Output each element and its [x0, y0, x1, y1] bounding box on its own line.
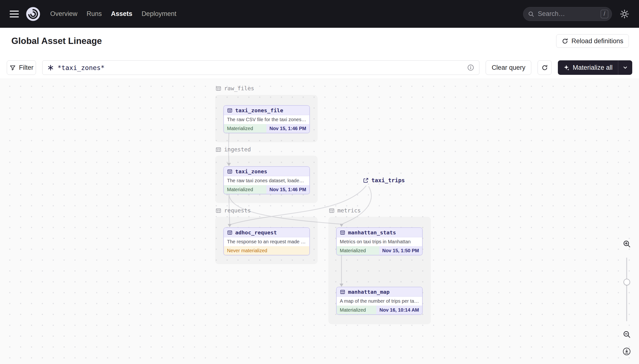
- asset-node-header: manhattan_map: [337, 287, 422, 297]
- asset-description-text: The raw CSV file for the taxi zones dat.…: [227, 117, 306, 122]
- primary-nav: Overview Runs Assets Deployment: [50, 10, 176, 18]
- external-link-icon: [363, 178, 369, 184]
- status-badge: Materialized: [224, 124, 266, 133]
- materialization-timestamp[interactable]: Nov 15, 1:46 PM: [266, 185, 309, 194]
- status-badge: Materialized: [337, 246, 379, 255]
- refresh-icon: [541, 64, 548, 71]
- asset-name: taxi_zones_file: [235, 108, 283, 114]
- lineage-canvas[interactable]: raw_files ingested requests metrics taxi…: [0, 79, 639, 364]
- asset-node-header: taxi_zones: [224, 167, 309, 176]
- asset-node-adhoc-request[interactable]: adhoc_request The response to an request…: [223, 228, 310, 256]
- asset-description-text: The raw taxi zones dataset, loaded int..…: [227, 178, 306, 184]
- nav-item-deployment[interactable]: Deployment: [142, 10, 176, 18]
- reload-definitions-label: Reload definitions: [571, 38, 623, 45]
- asset-query-input[interactable]: [58, 64, 463, 72]
- refresh-graph-button[interactable]: [537, 60, 551, 75]
- asset-name: manhattan_map: [348, 289, 390, 295]
- download-icon: [622, 347, 631, 356]
- asset-node-manhattan-map[interactable]: manhattan_map A map of the number of tri…: [336, 287, 423, 315]
- materialize-options-caret[interactable]: [618, 60, 632, 75]
- top-navbar: Overview Runs Assets Deployment /: [0, 0, 639, 28]
- asset-name: manhattan_stats: [348, 230, 396, 236]
- table-icon: [215, 146, 221, 152]
- group-label-metrics[interactable]: metrics: [329, 207, 361, 214]
- lineage-edges: [0, 79, 639, 364]
- reload-definitions-button[interactable]: Reload definitions: [556, 34, 629, 48]
- zoom-in-icon: [622, 240, 631, 248]
- asset-selection-input[interactable]: [42, 60, 479, 75]
- external-asset-taxi-trips[interactable]: taxi_trips: [363, 177, 405, 184]
- clear-query-label: Clear query: [492, 64, 525, 72]
- download-image-button[interactable]: [621, 346, 632, 357]
- asset-description: The raw taxi zones dataset, loaded int..…: [224, 176, 309, 185]
- sparkle-icon: [563, 64, 569, 71]
- filter-funnel-icon: [10, 64, 16, 71]
- asset-node-taxi-zones[interactable]: taxi_zones The raw taxi zones dataset, l…: [223, 166, 310, 194]
- table-icon: [215, 208, 221, 214]
- group-name: raw_files: [224, 85, 254, 92]
- status-badge: Materialized: [224, 185, 266, 194]
- menu-icon[interactable]: [10, 10, 19, 18]
- asset-status-row: Materialized Nov 15, 1:46 PM: [224, 185, 309, 194]
- materialization-timestamp[interactable]: Nov 15, 1:50 PM: [379, 246, 422, 255]
- asset-node-taxi-zones-file[interactable]: taxi_zones_file The raw CSV file for the…: [223, 105, 310, 133]
- asset-name: taxi_zones: [235, 168, 267, 174]
- asset-description-text: A map of the number of trips per taxi z.…: [340, 298, 419, 304]
- asset-description-text: Metrics on taxi trips in Manhattan: [340, 239, 411, 244]
- asset-name: adhoc_request: [235, 230, 277, 236]
- chevron-down-icon: [622, 64, 628, 71]
- status-badge: Materialized: [337, 306, 376, 314]
- nav-item-runs[interactable]: Runs: [87, 10, 102, 18]
- zoom-slider-track[interactable]: [626, 258, 627, 321]
- settings-gear-icon[interactable]: [620, 9, 629, 19]
- asset-node-manhattan-stats[interactable]: manhattan_stats Metrics on taxi trips in…: [336, 228, 423, 256]
- global-search[interactable]: /: [523, 7, 612, 21]
- search-shortcut-badge: /: [600, 10, 608, 18]
- asset-node-header: manhattan_stats: [337, 228, 422, 237]
- asset-description: A map of the number of trips per taxi z.…: [337, 297, 422, 306]
- materialize-all-main[interactable]: Materialize all: [558, 60, 618, 75]
- filter-label: Filter: [19, 64, 34, 72]
- asset-node-header: adhoc_request: [224, 228, 309, 237]
- clear-query-button[interactable]: Clear query: [486, 60, 531, 75]
- filter-button[interactable]: Filter: [7, 60, 36, 75]
- asset-name: taxi_trips: [371, 177, 405, 184]
- asset-status-row: Materialized Nov 15, 1:46 PM: [224, 124, 309, 133]
- asset-description-text: The response to an request made in th...: [227, 239, 306, 244]
- table-icon: [329, 208, 335, 214]
- asset-status-row: Materialized Nov 16, 10:14 AM: [337, 306, 422, 314]
- materialization-timestamp[interactable]: Nov 16, 10:14 AM: [376, 306, 422, 314]
- asset-description: The response to an request made in th...: [224, 237, 309, 246]
- table-icon: [340, 289, 345, 295]
- nav-item-overview[interactable]: Overview: [50, 10, 78, 18]
- table-icon: [227, 230, 233, 235]
- materialize-all-label: Materialize all: [572, 64, 612, 72]
- table-icon: [227, 108, 233, 113]
- table-icon: [227, 169, 233, 174]
- asset-selection-icon: [47, 64, 54, 71]
- group-label-ingested[interactable]: ingested: [215, 146, 251, 152]
- zoom-out-button[interactable]: [621, 329, 632, 340]
- zoom-in-button[interactable]: [621, 238, 632, 249]
- info-icon[interactable]: [467, 64, 474, 71]
- group-name: requests: [224, 207, 251, 214]
- status-badge: Never materialized: [224, 246, 309, 255]
- dagster-logo-icon[interactable]: [26, 6, 41, 22]
- page-title: Global Asset Lineage: [11, 36, 102, 46]
- group-label-raw-files[interactable]: raw_files: [215, 85, 254, 92]
- zoom-slider-handle[interactable]: [623, 279, 630, 285]
- refresh-icon: [562, 38, 568, 44]
- asset-status-row: Never materialized: [224, 246, 309, 255]
- group-name: ingested: [224, 146, 251, 152]
- asset-description: Metrics on taxi trips in Manhattan: [337, 237, 422, 246]
- asset-status-row: Materialized Nov 15, 1:50 PM: [337, 246, 422, 255]
- materialize-all-button[interactable]: Materialize all: [558, 60, 632, 75]
- search-icon: [528, 10, 534, 18]
- table-icon: [340, 230, 345, 235]
- group-name: metrics: [337, 207, 361, 214]
- search-input[interactable]: [538, 10, 597, 18]
- group-label-requests[interactable]: requests: [215, 207, 251, 214]
- zoom-out-icon: [622, 330, 631, 339]
- nav-item-assets[interactable]: Assets: [111, 10, 133, 18]
- materialization-timestamp[interactable]: Nov 15, 1:46 PM: [266, 124, 309, 133]
